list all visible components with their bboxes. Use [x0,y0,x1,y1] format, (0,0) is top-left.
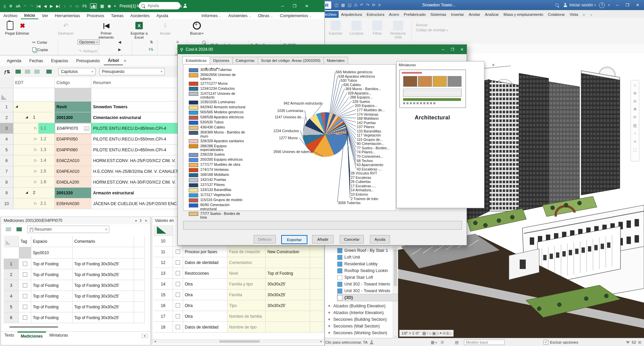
ayuda-button[interactable]: Ayuda [370,235,390,243]
view-control-icon[interactable]: ≣ [446,331,449,336]
expand-icon[interactable]: ▷ [34,148,37,151]
new-document-icon[interactable]: ▯ [4,4,6,8]
minimize-button[interactable]: ─ [438,46,448,53]
nav-tool-icon[interactable]: ⌂ [634,81,636,89]
browser-view-item[interactable]: Rooftop Seating Lookin [337,267,406,274]
view-control-icon[interactable]: ◇ [436,331,439,336]
hscrollbar-thumb[interactable] [9,326,58,328]
hscrollbar-thumb[interactable] [219,340,260,343]
previous-record-icon[interactable]: ◀ [44,4,46,8]
nav-tool-icon[interactable]: ⊕ [633,89,637,97]
maximize-button[interactable]: ❐ [448,46,457,53]
refresh-icon[interactable]: ƒ⇅ [4,69,10,74]
quick-access-icon[interactable]: ⎙ [354,3,357,7]
filter-icon[interactable] [626,341,630,344]
revit-tab-acero[interactable]: Acero [387,11,401,18]
nav-tool-icon[interactable]: ◔ [634,129,636,138]
view-control-icon[interactable]: ☼ [428,331,432,336]
expand-plus-icon[interactable]: + [327,324,331,329]
ribbon-mini-button[interactable]: ✖ [176,40,179,44]
expand-icon[interactable]: ▷ [34,137,37,141]
browser-view-item[interactable]: {3D} [337,294,406,301]
tree-tool-icon[interactable] [25,70,30,74]
copiar-button[interactable]: Copiar [32,47,48,52]
view-tab-agenda[interactable]: Agenda [3,57,25,65]
tree-tool-icon[interactable] [46,70,52,74]
anular-button[interactable]: ⇩Anular [155,21,176,35]
tree-view-active-icon[interactable] [90,3,97,9]
ellipsis-button[interactable]: ... [84,126,89,131]
menu-item-inicio[interactable]: Inicio [21,12,39,19]
revit-tab-arquitectura[interactable]: Arquitectura [339,11,364,18]
sign-in-button[interactable]: Iniciar sesión [569,3,593,7]
dialog-tab-categorías[interactable]: Categorías [232,57,258,65]
browser-view-item[interactable]: Residential Lobby [337,261,406,267]
expand-icon[interactable]: ▷ [34,201,37,205]
close-button[interactable]: ✕ [633,1,643,9]
quick-access-icon[interactable]: ⟳ [372,3,376,7]
tree-tool-icon[interactable] [15,70,21,74]
row-checkbox[interactable] [176,314,180,318]
browser-section-item[interactable]: +Secciones (Working Section) [327,330,394,336]
ribbon-mini-button[interactable]: F5 [149,47,153,51]
tag-checkbox[interactable] [23,272,27,277]
abc-icon[interactable]: ab [75,4,79,8]
tag-checkbox[interactable] [23,305,27,309]
deshacer-button[interactable]: ↶Deshacer [55,21,77,35]
cortar-button[interactable]: ✂Cortar [32,40,47,45]
menu-item-tareas[interactable]: Tareas [108,13,127,19]
view-tab-presupuesto[interactable]: Presupuesto [72,57,104,65]
cancelar-button[interactable]: Cancelar [340,235,364,243]
expand-icon[interactable]: ◢ [26,191,28,194]
row-checkbox[interactable] [176,271,180,275]
minimize-button[interactable]: ─ [277,2,288,10]
close-icon[interactable]: ✕ [492,63,495,67]
scroll-down-icon[interactable]: ⌄ [394,334,397,337]
close-button[interactable]: ✕ [302,2,312,10]
search-input[interactable] [147,3,172,8]
expand-icon[interactable]: ⊞ [638,340,641,345]
expand-icon[interactable]: ▷ [34,180,37,184]
primer-button[interactable]: |◀Primer elemento [95,21,117,39]
chevron-down-icon[interactable]: ▾ [135,219,137,223]
last-record-icon[interactable]: ▶| [56,4,60,8]
tag-checkbox[interactable] [23,315,27,320]
menu-item-ver[interactable]: Ver [38,13,51,19]
menu-item-procesos[interactable]: Procesos [83,13,108,19]
next-record-icon[interactable]: ▶ [50,4,53,8]
menu-item-archivo[interactable]: Archivo [0,13,21,19]
tree-tool-icon[interactable] [34,70,40,74]
pin-icon[interactable]: ⊼ [139,219,142,223]
dialog-tab-opciones[interactable]: Opciones [210,57,233,65]
list-icon[interactable] [6,227,11,231]
tabs-overflow-icon[interactable]: » [581,11,587,18]
revit-view-control-bar[interactable]: 1/8" = 1'-0" ▦◔☼▣◇✦⊘≣⌂ [399,330,454,337]
browser-view-item[interactable]: Spiral Stair Loft [337,274,406,281]
quick-access-icon[interactable]: ◲ [348,3,351,7]
quick-access-icon[interactable]: ↶ [360,3,363,7]
quick-access-icon[interactable]: ▦ [341,3,345,7]
buscar-button[interactable]: Buscar+ [186,21,208,35]
quick-access-icon[interactable]: ◫ [335,3,338,7]
scroll-left-icon[interactable]: ◄ [154,340,157,343]
browser-view-item[interactable]: Unit 302 - Toward Windo [337,287,406,294]
redo-icon[interactable]: ↷ [30,4,33,8]
ribbon-mini-button[interactable]: ⇅ [150,40,153,44]
worksets-icon[interactable]: ▦ ▾ [431,340,437,345]
browser-view-item[interactable]: Green Roof - By Stair 1 [337,247,406,254]
browser-view-item[interactable]: Unit 302 - Toward Interio [337,281,406,287]
expand-icon[interactable]: ◢ [15,105,18,108]
sheet-thumbnail[interactable] [399,70,466,108]
f5-shortcut-label[interactable]: F5 [82,4,87,8]
revit-ribbon-filtrar[interactable]: Filtrar [368,20,387,35]
opciones-button[interactable]: Opciones▾ [77,39,100,45]
view-scale[interactable]: 1/8" = 1'-0" [401,331,420,335]
nav-tool-icon[interactable]: ≡ [634,138,636,146]
expand-plus-icon[interactable]: + [327,331,331,335]
dialog-tab-estadísticas[interactable]: Estadísticas [182,56,210,64]
revit-tab-sistemas[interactable]: Sistemas [428,11,448,18]
browser-section-item[interactable]: +Alzados (Building Elevation) [327,303,394,309]
browser-view-item[interactable]: Loft Unit [337,254,406,261]
close-icon[interactable]: ✕ [145,219,147,223]
search-icon[interactable] [555,3,559,7]
